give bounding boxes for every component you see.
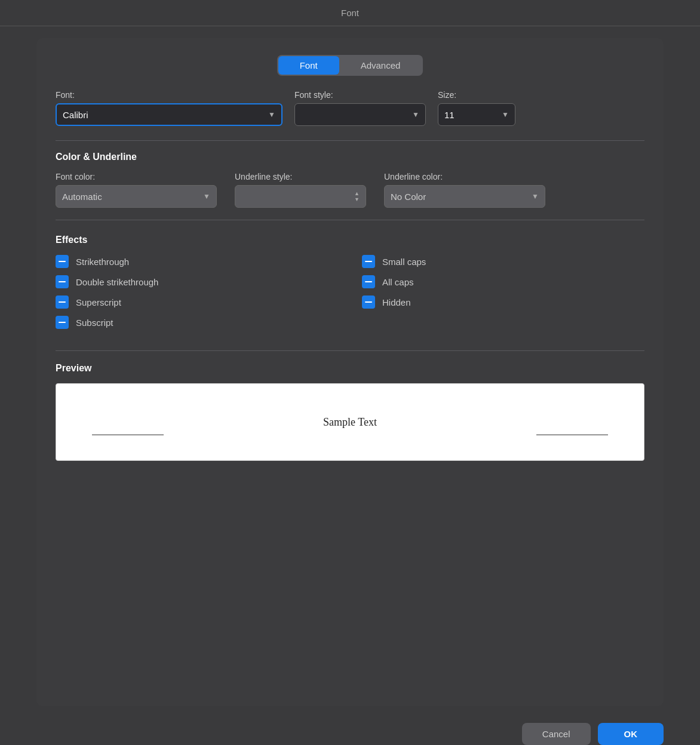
dialog-body: Font Advanced Font: Calibri ▼ Font style…	[36, 38, 664, 706]
font-color-dropdown[interactable]: Automatic ▼	[56, 185, 217, 208]
strikethrough-label: Strikethrough	[76, 257, 129, 267]
tab-advanced[interactable]: Advanced	[339, 56, 422, 75]
underline-style-label: Underline style:	[235, 172, 366, 181]
superscript-label: Superscript	[76, 297, 121, 307]
effects-title: Effects	[56, 235, 644, 245]
divider-top	[56, 140, 644, 141]
divider-effects	[56, 220, 644, 220]
size-label: Size:	[438, 90, 515, 100]
size-value: 11	[444, 110, 455, 120]
divider-preview	[56, 350, 644, 351]
strikethrough-checkbox[interactable]	[56, 255, 69, 268]
tab-font[interactable]: Font	[278, 56, 339, 75]
size-dropdown-arrow-icon: ▼	[502, 110, 509, 119]
underline-style-updown-icon: ▲ ▼	[354, 191, 360, 202]
color-underline-row: Font color: Automatic ▼ Underline style:…	[56, 172, 644, 208]
small-caps-checkbox[interactable]	[362, 255, 375, 268]
preview-box: Sample Text	[56, 383, 644, 461]
hidden-label: Hidden	[382, 297, 411, 307]
effect-small-caps[interactable]: Small caps	[362, 255, 644, 268]
preview-sample-text: Sample Text	[323, 416, 377, 429]
font-color-dropdown-arrow-icon: ▼	[203, 192, 210, 201]
font-value: Calibri	[63, 110, 88, 120]
double-strikethrough-checkbox[interactable]	[56, 275, 69, 288]
effect-strikethrough[interactable]: Strikethrough	[56, 255, 338, 268]
preview-title: Preview	[56, 363, 644, 374]
effects-section: Effects Strikethrough Small caps Double …	[56, 235, 644, 329]
font-row: Font: Calibri ▼ Font style: ▼ Size: 11 ▼	[56, 90, 644, 126]
underline-color-label: Underline color:	[384, 172, 545, 181]
font-color-label: Font color:	[56, 172, 217, 181]
size-field-group: Size: 11 ▼	[438, 90, 515, 126]
title-bar: Font	[0, 0, 700, 26]
font-color-group: Font color: Automatic ▼	[56, 172, 217, 208]
tab-bar: Font Advanced	[56, 55, 644, 76]
font-dropdown-arrow-icon: ▼	[268, 110, 275, 119]
effect-double-strikethrough[interactable]: Double strikethrough	[56, 275, 338, 288]
preview-section: Preview Sample Text	[56, 363, 644, 461]
effect-subscript[interactable]: Subscript	[56, 316, 338, 329]
style-dropdown[interactable]: ▼	[294, 103, 426, 126]
font-color-value: Automatic	[62, 192, 102, 202]
ok-button[interactable]: OK	[598, 723, 664, 745]
small-caps-label: Small caps	[382, 257, 426, 267]
style-field-group: Font style: ▼	[294, 90, 426, 126]
hidden-checkbox[interactable]	[362, 295, 375, 309]
underline-style-group: Underline style: ▲ ▼	[235, 172, 366, 208]
font-dropdown[interactable]: Calibri ▼	[56, 103, 283, 126]
size-dropdown[interactable]: 11 ▼	[438, 103, 515, 126]
effect-hidden[interactable]: Hidden	[362, 295, 644, 309]
superscript-checkbox[interactable]	[56, 295, 69, 309]
all-caps-label: All caps	[382, 277, 414, 287]
double-strikethrough-label: Double strikethrough	[76, 277, 158, 287]
cancel-button[interactable]: Cancel	[522, 723, 591, 745]
underline-style-dropdown[interactable]: ▲ ▼	[235, 185, 366, 208]
subscript-checkbox[interactable]	[56, 316, 69, 329]
effects-grid: Strikethrough Small caps Double striketh…	[56, 255, 644, 329]
underline-color-dropdown-arrow-icon: ▼	[532, 192, 539, 201]
color-underline-title: Color & Underline	[56, 152, 644, 162]
dialog-title: Font	[341, 8, 359, 18]
dialog-wrapper: Font Font Advanced Font: Calibri ▼ Font …	[0, 0, 700, 745]
effect-superscript[interactable]: Superscript	[56, 295, 338, 309]
preview-line-left	[92, 435, 164, 435]
underline-color-dropdown[interactable]: No Color ▼	[384, 185, 545, 208]
font-label: Font:	[56, 90, 283, 100]
underline-color-group: Underline color: No Color ▼	[384, 172, 545, 208]
effect-all-caps[interactable]: All caps	[362, 275, 644, 288]
underline-color-value: No Color	[391, 192, 426, 202]
subscript-label: Subscript	[76, 318, 113, 328]
style-label: Font style:	[294, 90, 426, 100]
preview-line-right	[536, 435, 608, 435]
font-field-group: Font: Calibri ▼	[56, 90, 283, 126]
all-caps-checkbox[interactable]	[362, 275, 375, 288]
footer-buttons: Cancel OK	[36, 723, 664, 745]
tab-group: Font Advanced	[277, 55, 423, 76]
style-dropdown-arrow-icon: ▼	[412, 110, 419, 119]
